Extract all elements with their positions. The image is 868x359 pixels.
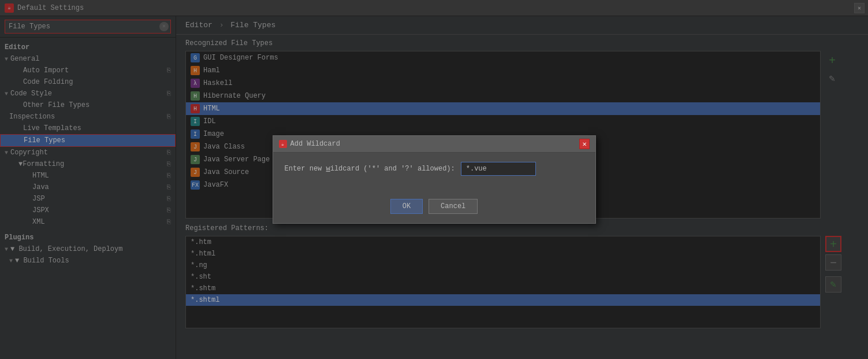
underline-w: w	[326, 165, 330, 173]
ok-button[interactable]: OK	[390, 199, 423, 214]
wildcard-input[interactable]	[461, 162, 536, 176]
dialog-title: ☕ Add Wildcard	[279, 140, 340, 148]
dialog-icon: ☕	[279, 140, 287, 148]
dialog-footer: OK Cancel	[273, 194, 595, 223]
dialog-label: Enter new wildcard ('*' and '?' allowed)…	[285, 165, 455, 173]
dialog-title-bar: ☕ Add Wildcard ✕	[273, 136, 595, 153]
cancel-button[interactable]: Cancel	[429, 199, 478, 214]
dialog-body: Enter new wildcard ('*' and '?' allowed)…	[273, 153, 595, 194]
add-wildcard-dialog: ☕ Add Wildcard ✕ Enter new wildcard ('*'…	[273, 135, 596, 224]
dialog-close-button[interactable]: ✕	[579, 139, 590, 149]
dialog-input-row: Enter new wildcard ('*' and '?' allowed)…	[285, 162, 584, 176]
modal-overlay: ☕ Add Wildcard ✕ Enter new wildcard ('*'…	[0, 0, 868, 359]
dialog-title-text: Add Wildcard	[290, 140, 340, 148]
